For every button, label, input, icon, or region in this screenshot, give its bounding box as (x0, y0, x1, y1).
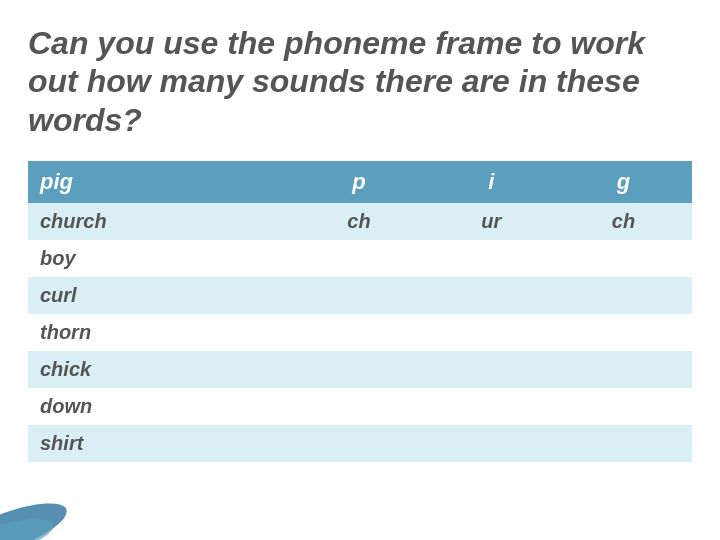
page-heading: Can you use the phoneme frame to work ou… (28, 24, 692, 139)
table-row: boy (28, 240, 692, 277)
cell-phoneme (428, 240, 555, 277)
cell-phoneme (555, 388, 692, 425)
cell-word: curl (28, 277, 291, 314)
cell-phoneme (291, 314, 428, 351)
corner-decoration (0, 470, 100, 540)
cell-word: church (28, 203, 291, 240)
cell-phoneme (291, 351, 428, 388)
table-row: shirt (28, 425, 692, 462)
cell-phoneme: ch (555, 203, 692, 240)
cell-word: chick (28, 351, 291, 388)
cell-word: boy (28, 240, 291, 277)
table-body: churchchurchboycurlthornchickdownshirt (28, 203, 692, 462)
col-header-g: g (555, 161, 692, 203)
cell-phoneme (291, 388, 428, 425)
col-header-i: i (428, 161, 555, 203)
cell-phoneme (555, 277, 692, 314)
cell-phoneme (291, 277, 428, 314)
table-row: curl (28, 277, 692, 314)
table-header-row: pig p i g (28, 161, 692, 203)
cell-phoneme (428, 314, 555, 351)
page-container: Can you use the phoneme frame to work ou… (0, 0, 720, 540)
cell-phoneme (428, 425, 555, 462)
col-header-word: pig (28, 161, 291, 203)
cell-phoneme (555, 425, 692, 462)
cell-phoneme (428, 277, 555, 314)
table-row: chick (28, 351, 692, 388)
cell-phoneme: ur (428, 203, 555, 240)
cell-phoneme (555, 351, 692, 388)
cell-phoneme (555, 314, 692, 351)
table-row: down (28, 388, 692, 425)
table-row: churchchurch (28, 203, 692, 240)
cell-phoneme (555, 240, 692, 277)
cell-phoneme (428, 351, 555, 388)
col-header-p: p (291, 161, 428, 203)
cell-phoneme: ch (291, 203, 428, 240)
cell-word: down (28, 388, 291, 425)
cell-phoneme (428, 388, 555, 425)
phoneme-table: pig p i g churchchurchboycurlthornchickd… (28, 161, 692, 462)
table-wrapper: pig p i g churchchurchboycurlthornchickd… (28, 161, 692, 462)
cell-phoneme (291, 425, 428, 462)
cell-word: thorn (28, 314, 291, 351)
cell-word: shirt (28, 425, 291, 462)
table-row: thorn (28, 314, 692, 351)
cell-phoneme (291, 240, 428, 277)
